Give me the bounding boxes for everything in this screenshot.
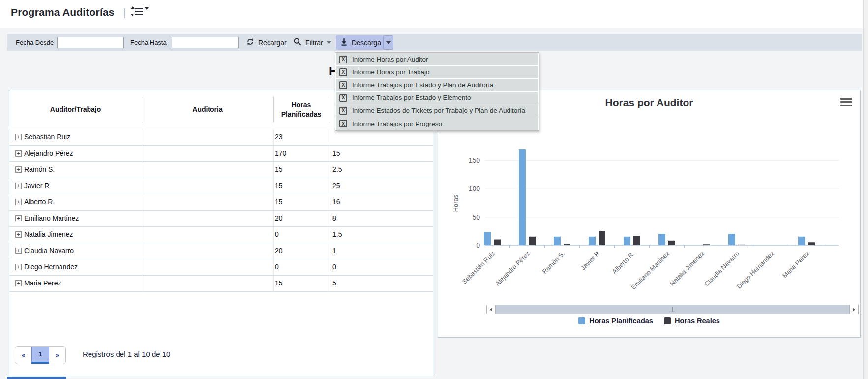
horas-reales-value: 1.5: [332, 230, 342, 238]
bar-0-2: [554, 237, 561, 245]
expand-row-button[interactable]: +: [15, 199, 22, 205]
expand-row-button[interactable]: +: [15, 166, 22, 173]
descarga-dropdown-menu: XInforme Horas por AuditorXInforme Horas…: [335, 52, 539, 131]
svg-text:Javier R: Javier R: [579, 250, 601, 272]
column-divider: [329, 97, 329, 123]
horas-planificadas-value: 0: [275, 263, 279, 271]
hamburger-menu-icon[interactable]: [840, 98, 852, 106]
filtrar-label: Filtrar: [305, 39, 323, 47]
svg-text:Alejandro Pérez: Alejandro Pérez: [494, 250, 531, 287]
descarga-button[interactable]: Descarga: [336, 35, 387, 50]
table-row: +Natalia Jimenez01.5: [9, 227, 433, 243]
download-menu-item-label: Informe Horas por Trabajo: [352, 68, 430, 76]
horas-reales-value: 0: [332, 263, 336, 271]
expand-row-button[interactable]: +: [15, 183, 22, 189]
descarga-label: Descarga: [352, 39, 381, 47]
legend-swatch: [664, 317, 671, 324]
col-horas-planificadas-header[interactable]: Horas Planificadas: [273, 90, 329, 129]
bar-1-2: [564, 244, 570, 245]
recargar-button[interactable]: Recargar: [243, 35, 290, 50]
pagination-next-button[interactable]: »: [49, 347, 65, 364]
table-row: +Maria Perez155: [9, 276, 433, 292]
horas-planificadas-value: 15: [275, 198, 283, 206]
scrollbar-right-button[interactable]: [849, 305, 859, 314]
svg-text:Alberto R.: Alberto R.: [611, 250, 636, 275]
pagination-summary: Registros del 1 al 10 de 10: [83, 350, 170, 358]
table-row: +Ramón S.152.5: [9, 162, 433, 178]
bar-0-7: [728, 234, 735, 245]
expand-row-button[interactable]: +: [15, 264, 22, 270]
column-divider: [142, 129, 142, 292]
bottom-status-bar: [7, 377, 66, 379]
horas-planificadas-value: 23: [275, 133, 283, 141]
download-menu-item-label: Informe Trabajos por Estado y Elemento: [352, 94, 471, 101]
download-menu-item[interactable]: XInforme Horas por Auditor: [336, 53, 538, 66]
app-header: Programa Auditorías: [0, 0, 868, 28]
bar-1-4: [633, 236, 640, 245]
download-menu-item[interactable]: XInforme Trabajos por Estado y Elemento: [336, 92, 538, 104]
filtrar-button[interactable]: Filtrar: [290, 35, 334, 50]
bar-0-4: [624, 237, 630, 245]
list-menu-icon[interactable]: [131, 6, 150, 19]
excel-file-icon: X: [339, 56, 347, 63]
table-row: +Emiliano Martinez208: [9, 211, 433, 227]
legend-item[interactable]: Horas Reales: [664, 317, 720, 325]
expand-row-button[interactable]: +: [15, 231, 22, 238]
table-body: +Sebastián Ruiz23+Alejandro Pérez17015+R…: [9, 129, 433, 292]
svg-text:100: 100: [469, 185, 480, 192]
page-vertical-scrollbar[interactable]: [863, 0, 868, 379]
svg-text:Natalia Jimenez: Natalia Jimenez: [668, 250, 706, 287]
auditor-name: Alberto R.: [24, 198, 55, 206]
scrollbar-track[interactable]: [496, 305, 849, 314]
filtrar-caret-icon: [327, 41, 331, 44]
descarga-caret-button[interactable]: [383, 35, 393, 50]
col-auditoria-header[interactable]: Auditoria: [142, 90, 273, 129]
scrollbar-left-button[interactable]: [486, 305, 496, 314]
page-title: Programa Auditorías: [11, 6, 115, 18]
horas-reales-value: 5: [332, 279, 336, 287]
arrow-left-icon: [490, 308, 492, 312]
horas-reales-value: 2.5: [332, 165, 342, 173]
col-auditor-trabajo-header[interactable]: Auditor/Trabajo: [9, 90, 142, 129]
pagination-page-1-button[interactable]: 1: [31, 347, 49, 364]
excel-file-icon: X: [339, 107, 347, 115]
programa-auditorias-page: Programa Auditorías Fecha Desde Fecha Ha…: [0, 0, 868, 379]
download-menu-item-label: Informe Estados de Tickets por Trabajo y…: [352, 107, 525, 114]
pagination-prev-button[interactable]: «: [15, 347, 31, 364]
table-row: +Claudia Navarro201: [9, 243, 433, 259]
auditor-name: Diego Hernandez: [24, 263, 78, 271]
expand-row-button[interactable]: +: [15, 215, 22, 221]
expand-row-button[interactable]: +: [15, 134, 22, 140]
horas-planificadas-value: 15: [275, 165, 283, 173]
chart-legend: Horas PlanificadasHoras Reales: [438, 317, 860, 325]
expand-row-button[interactable]: +: [15, 248, 22, 254]
column-divider: [273, 97, 274, 123]
download-menu-item[interactable]: XInforme Trabajos por Progreso: [336, 117, 538, 130]
excel-file-icon: X: [339, 81, 347, 89]
svg-text:Maria Perez: Maria Perez: [781, 250, 810, 280]
fecha-desde-input[interactable]: [57, 37, 124, 48]
auditor-name: Claudia Navarro: [24, 247, 74, 254]
table-row: +Alberto R.1516: [9, 194, 433, 211]
download-menu-item[interactable]: XInforme Horas por Trabajo: [336, 66, 538, 79]
horas-reales-value: 25: [332, 182, 340, 190]
auditor-name: Javier R: [24, 182, 49, 190]
fecha-hasta-input[interactable]: [172, 37, 239, 48]
bar-0-1: [519, 149, 526, 245]
legend-swatch: [578, 317, 585, 324]
expand-row-button[interactable]: +: [15, 150, 22, 157]
legend-label: Horas Planificadas: [589, 317, 653, 325]
expand-row-button[interactable]: +: [15, 280, 22, 286]
table-row: +Javier R1525: [9, 178, 433, 194]
download-menu-item[interactable]: XInforme Trabajos por Estado y Plan de A…: [336, 79, 538, 92]
legend-item[interactable]: Horas Planificadas: [578, 317, 653, 325]
title-separator: [124, 8, 125, 18]
fecha-hasta-label: Fecha Hasta: [130, 39, 167, 46]
download-menu-item[interactable]: XInforme Estados de Tickets por Trabajo …: [336, 104, 538, 117]
arrow-right-icon: [853, 308, 855, 312]
descarga-caret-icon: [386, 41, 391, 44]
bar-1-0: [494, 240, 501, 245]
download-menu-item-label: Informe Trabajos por Estado y Plan de Au…: [352, 81, 493, 89]
svg-text:Ramón S.: Ramón S.: [541, 250, 566, 275]
horas-planificadas-value: 15: [275, 279, 283, 287]
